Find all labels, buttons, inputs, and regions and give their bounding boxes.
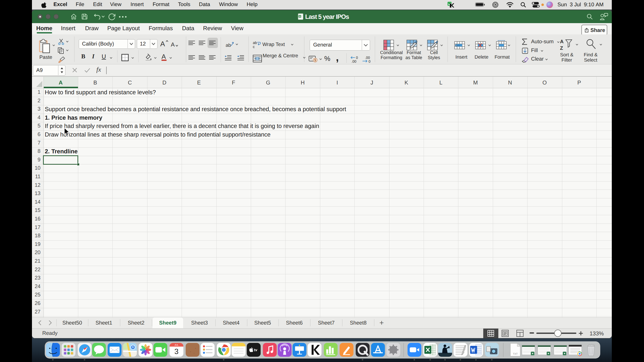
svg-text:ab: ab: [253, 41, 257, 45]
svg-text:TXT: TXT: [513, 353, 518, 355]
svg-text:A: A: [560, 39, 564, 44]
svg-text:3: 3: [174, 348, 178, 356]
svg-text:A: A: [160, 40, 165, 48]
svg-text:Z: Z: [560, 46, 563, 51]
svg-text:ab: ab: [226, 43, 231, 48]
svg-text:A: A: [171, 41, 175, 48]
svg-text:A: A: [162, 53, 166, 60]
svg-text:tv: tv: [254, 348, 257, 352]
svg-text:JUL: JUL: [175, 344, 179, 346]
svg-text:c: c: [253, 45, 255, 48]
